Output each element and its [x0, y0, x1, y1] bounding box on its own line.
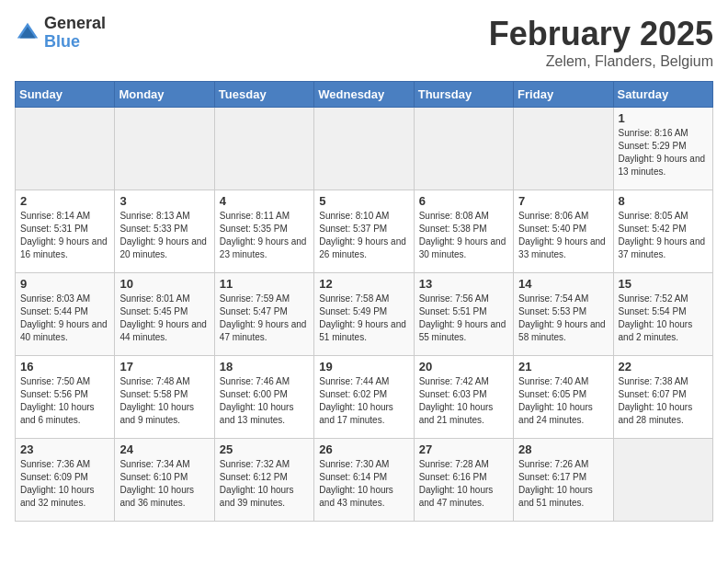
day-info: Sunrise: 7:34 AM Sunset: 6:10 PM Dayligh… — [119, 458, 209, 510]
page-header: General Blue February 2025 Zelem, Flande… — [15, 15, 713, 70]
calendar-cell: 19Sunrise: 7:44 AM Sunset: 6:02 PM Dayli… — [314, 356, 414, 439]
calendar-cell — [214, 108, 313, 190]
day-number: 28 — [518, 442, 608, 456]
calendar-cell: 7Sunrise: 8:06 AM Sunset: 5:40 PM Daylig… — [514, 190, 613, 273]
calendar-cell — [314, 108, 414, 190]
day-info: Sunrise: 8:03 AM Sunset: 5:44 PM Dayligh… — [20, 293, 109, 344]
calendar-cell: 12Sunrise: 7:58 AM Sunset: 5:49 PM Dayli… — [314, 273, 414, 356]
day-number: 13 — [419, 277, 508, 291]
calendar-cell: 13Sunrise: 7:56 AM Sunset: 5:51 PM Dayli… — [414, 273, 513, 356]
calendar-cell — [613, 439, 712, 522]
day-number: 14 — [518, 277, 608, 291]
title-block: February 2025 Zelem, Flanders, Belgium — [489, 15, 713, 70]
day-number: 11 — [220, 277, 309, 291]
calendar-week-row: 16Sunrise: 7:50 AM Sunset: 5:56 PM Dayli… — [16, 356, 713, 439]
calendar-week-row: 9Sunrise: 8:03 AM Sunset: 5:44 PM Daylig… — [16, 273, 713, 356]
weekday-header-row: SundayMondayTuesdayWednesdayThursdayFrid… — [16, 82, 713, 108]
weekday-header: Thursday — [414, 82, 513, 108]
day-number: 5 — [319, 194, 408, 208]
calendar-cell: 17Sunrise: 7:48 AM Sunset: 5:58 PM Dayli… — [115, 356, 214, 439]
calendar-cell: 24Sunrise: 7:34 AM Sunset: 6:10 PM Dayli… — [115, 439, 214, 522]
day-info: Sunrise: 7:40 AM Sunset: 6:05 PM Dayligh… — [518, 375, 608, 427]
day-number: 26 — [319, 442, 408, 456]
day-number: 7 — [518, 194, 608, 208]
day-info: Sunrise: 7:58 AM Sunset: 5:49 PM Dayligh… — [319, 293, 408, 344]
calendar-title: February 2025 — [489, 15, 713, 53]
day-info: Sunrise: 7:54 AM Sunset: 5:53 PM Dayligh… — [518, 293, 608, 344]
day-number: 25 — [220, 442, 309, 456]
calendar-cell: 25Sunrise: 7:32 AM Sunset: 6:12 PM Dayli… — [214, 439, 313, 522]
day-info: Sunrise: 8:10 AM Sunset: 5:37 PM Dayligh… — [319, 210, 408, 261]
day-number: 12 — [319, 277, 408, 291]
calendar-week-row: 1Sunrise: 8:16 AM Sunset: 5:29 PM Daylig… — [16, 108, 713, 190]
calendar-cell — [16, 108, 115, 190]
logo-icon — [15, 20, 40, 46]
day-info: Sunrise: 7:28 AM Sunset: 6:16 PM Dayligh… — [419, 458, 508, 510]
day-info: Sunrise: 7:48 AM Sunset: 5:58 PM Dayligh… — [119, 375, 209, 427]
calendar-cell: 3Sunrise: 8:13 AM Sunset: 5:33 PM Daylig… — [115, 190, 214, 273]
day-number: 19 — [319, 360, 408, 373]
day-number: 24 — [119, 442, 209, 456]
day-info: Sunrise: 7:38 AM Sunset: 6:07 PM Dayligh… — [619, 375, 708, 427]
weekday-header: Monday — [115, 82, 214, 108]
calendar-cell — [514, 108, 613, 190]
logo-general-text: General — [44, 15, 106, 33]
day-info: Sunrise: 8:11 AM Sunset: 5:35 PM Dayligh… — [220, 210, 309, 261]
day-info: Sunrise: 7:56 AM Sunset: 5:51 PM Dayligh… — [419, 293, 508, 344]
calendar-cell: 10Sunrise: 8:01 AM Sunset: 5:45 PM Dayli… — [115, 273, 214, 356]
calendar-cell: 18Sunrise: 7:46 AM Sunset: 6:00 PM Dayli… — [214, 356, 313, 439]
day-number: 27 — [419, 442, 508, 456]
day-number: 15 — [619, 277, 708, 291]
calendar-cell: 9Sunrise: 8:03 AM Sunset: 5:44 PM Daylig… — [16, 273, 115, 356]
day-info: Sunrise: 8:14 AM Sunset: 5:31 PM Dayligh… — [20, 210, 109, 261]
day-number: 17 — [119, 360, 209, 373]
day-info: Sunrise: 8:16 AM Sunset: 5:29 PM Dayligh… — [619, 127, 708, 178]
weekday-header: Saturday — [613, 82, 712, 108]
calendar-cell: 16Sunrise: 7:50 AM Sunset: 5:56 PM Dayli… — [16, 356, 115, 439]
calendar-week-row: 23Sunrise: 7:36 AM Sunset: 6:09 PM Dayli… — [16, 439, 713, 522]
logo-blue-text: Blue — [44, 33, 106, 52]
day-info: Sunrise: 8:13 AM Sunset: 5:33 PM Dayligh… — [119, 210, 209, 261]
calendar-week-row: 2Sunrise: 8:14 AM Sunset: 5:31 PM Daylig… — [16, 190, 713, 273]
day-number: 18 — [220, 360, 309, 373]
calendar-cell — [115, 108, 214, 190]
day-info: Sunrise: 7:46 AM Sunset: 6:00 PM Dayligh… — [220, 375, 309, 427]
calendar-cell: 27Sunrise: 7:28 AM Sunset: 6:16 PM Dayli… — [414, 439, 513, 522]
day-number: 16 — [20, 360, 109, 373]
day-number: 10 — [119, 277, 209, 291]
weekday-header: Tuesday — [214, 82, 313, 108]
day-number: 1 — [619, 111, 708, 125]
calendar-cell: 2Sunrise: 8:14 AM Sunset: 5:31 PM Daylig… — [16, 190, 115, 273]
day-number: 9 — [20, 277, 109, 291]
calendar-cell: 14Sunrise: 7:54 AM Sunset: 5:53 PM Dayli… — [514, 273, 613, 356]
calendar-cell — [414, 108, 513, 190]
calendar-location: Zelem, Flanders, Belgium — [489, 53, 713, 70]
weekday-header: Sunday — [16, 82, 115, 108]
calendar-cell: 15Sunrise: 7:52 AM Sunset: 5:54 PM Dayli… — [613, 273, 712, 356]
calendar-cell: 11Sunrise: 7:59 AM Sunset: 5:47 PM Dayli… — [214, 273, 313, 356]
calendar-cell: 1Sunrise: 8:16 AM Sunset: 5:29 PM Daylig… — [613, 108, 712, 190]
day-info: Sunrise: 7:59 AM Sunset: 5:47 PM Dayligh… — [220, 293, 309, 344]
day-info: Sunrise: 8:01 AM Sunset: 5:45 PM Dayligh… — [119, 293, 209, 344]
day-number: 3 — [119, 194, 209, 208]
calendar-cell: 8Sunrise: 8:05 AM Sunset: 5:42 PM Daylig… — [613, 190, 712, 273]
day-info: Sunrise: 7:44 AM Sunset: 6:02 PM Dayligh… — [319, 375, 408, 427]
day-number: 21 — [518, 360, 608, 373]
calendar-cell: 23Sunrise: 7:36 AM Sunset: 6:09 PM Dayli… — [16, 439, 115, 522]
day-info: Sunrise: 7:52 AM Sunset: 5:54 PM Dayligh… — [619, 293, 708, 344]
weekday-header: Wednesday — [314, 82, 414, 108]
day-number: 23 — [20, 442, 109, 456]
day-info: Sunrise: 7:30 AM Sunset: 6:14 PM Dayligh… — [319, 458, 408, 510]
calendar-table: SundayMondayTuesdayWednesdayThursdayFrid… — [15, 81, 713, 522]
day-number: 8 — [619, 194, 708, 208]
day-info: Sunrise: 8:08 AM Sunset: 5:38 PM Dayligh… — [419, 210, 508, 261]
day-number: 22 — [619, 360, 708, 373]
calendar-cell: 5Sunrise: 8:10 AM Sunset: 5:37 PM Daylig… — [314, 190, 414, 273]
calendar-cell: 20Sunrise: 7:42 AM Sunset: 6:03 PM Dayli… — [414, 356, 513, 439]
logo: General Blue — [15, 15, 106, 52]
calendar-cell: 26Sunrise: 7:30 AM Sunset: 6:14 PM Dayli… — [314, 439, 414, 522]
day-info: Sunrise: 8:06 AM Sunset: 5:40 PM Dayligh… — [518, 210, 608, 261]
calendar-cell: 21Sunrise: 7:40 AM Sunset: 6:05 PM Dayli… — [514, 356, 613, 439]
day-info: Sunrise: 7:36 AM Sunset: 6:09 PM Dayligh… — [20, 458, 109, 510]
day-number: 4 — [220, 194, 309, 208]
